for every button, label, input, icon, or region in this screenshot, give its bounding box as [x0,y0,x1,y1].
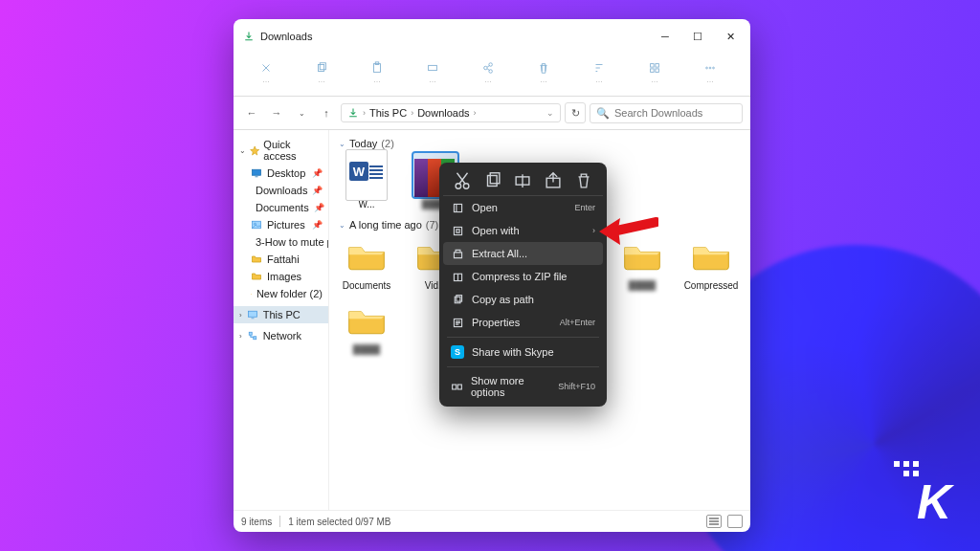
watermark-logo: K [917,474,953,530]
chevron-right-icon: › [239,332,242,341]
search-box[interactable]: 🔍 [590,103,743,123]
ctx-extract-all[interactable]: Extract All... [443,242,603,265]
toolbar-copy[interactable]: … [295,55,348,90]
breadcrumb-segment[interactable]: This PC [369,107,407,119]
search-icon: 🔍 [596,107,610,120]
ctx-share-skype[interactable]: S Share with Skype [443,341,603,364]
ctx-delete-icon[interactable] [573,171,594,190]
sidebar-quick-access[interactable]: ⌄ Quick access [234,136,328,165]
sidebar-item-label: Documents [256,202,309,213]
svg-point-21 [456,184,461,189]
svg-rect-24 [490,173,500,184]
folder-item-documents[interactable]: Documents [339,234,394,291]
refresh-button[interactable]: ↻ [565,102,586,123]
toolbar-view[interactable]: … [628,55,681,90]
search-input[interactable] [614,107,736,119]
breadcrumb[interactable]: › This PC › Downloads › ⌄ [341,103,561,122]
folder-label: Compressed [683,280,739,291]
view-icons-button[interactable] [727,515,743,528]
svg-point-22 [463,184,469,189]
ctx-copy-path[interactable]: Copy as path [443,288,603,311]
toolbar-paste[interactable]: … [350,55,404,90]
ctx-more-options[interactable]: Show more options Shift+F10 [443,370,603,403]
ctx-share-icon[interactable] [543,171,564,190]
nav-back[interactable]: ← [241,102,262,123]
svg-point-13 [709,67,711,69]
nav-up[interactable]: ↑ [316,102,337,123]
ctx-properties[interactable]: Properties Alt+Enter [443,311,603,334]
menu-separator [447,337,599,338]
toolbar-rename[interactable]: … [406,55,459,90]
toolbar-share[interactable]: … [461,55,515,90]
toolbar-delete[interactable]: … [517,55,570,90]
ctx-compress[interactable]: Compress to ZIP file [443,265,603,288]
svg-rect-0 [319,65,324,72]
ctx-copy-icon[interactable] [482,171,503,190]
sidebar-item-label: Fattahi [267,253,300,265]
status-bar: 9 items 1 item selected 0/97 MB [234,510,750,532]
sidebar-item-desktop[interactable]: Desktop 📌 [234,165,328,182]
svg-rect-19 [249,332,252,335]
maximize-button[interactable]: ☐ [681,25,714,48]
sidebar-item-this-pc[interactable]: › This PC [234,306,328,323]
pin-icon: 📌 [314,203,324,212]
svg-rect-33 [453,385,457,389]
sidebar-item-label: Desktop [267,167,305,179]
sidebar-item-folder[interactable]: New folder (2) [234,285,328,302]
toolbar-more[interactable]: … [683,55,737,90]
ctx-label: Show more options [471,375,550,398]
svg-point-5 [484,66,488,70]
breadcrumb-icon [347,107,359,119]
ctx-cut-icon[interactable] [452,171,473,190]
command-bar: … … … … … … … … … [234,54,750,96]
sidebar-item-label: Network [263,330,301,342]
folder-item-compressed[interactable]: Compressed [683,234,739,291]
group-count: (7) [426,219,438,231]
chevron-right-icon: › [592,226,595,235]
sidebar-item-documents[interactable]: Documents 📌 [234,199,328,216]
file-item-word[interactable]: W W... [339,153,394,209]
folder-icon [345,234,389,278]
sidebar-item-pictures[interactable]: Pictures 📌 [234,216,328,233]
navigation-pane: ⌄ Quick access Desktop 📌 Downloads 📌 Doc [234,130,329,510]
folder-item[interactable]: ████ [614,234,670,291]
folder-label: ████ [614,280,670,291]
sidebar-item-network[interactable]: › Network [234,327,328,344]
nav-recent-dropdown[interactable]: ⌄ [291,102,312,123]
group-header-today[interactable]: ⌄ Today (2) [339,138,741,149]
address-bar-row: ← → ⌄ ↑ › This PC › Downloads › ⌄ ↻ 🔍 [234,97,750,129]
folder-label: ████ [339,344,394,355]
sidebar-item-label: Images [267,271,301,282]
ctx-label: Open with [472,225,520,236]
view-details-button[interactable] [706,515,722,528]
svg-rect-34 [457,385,461,389]
ctx-open[interactable]: Open Enter [443,196,603,219]
svg-rect-18 [248,311,256,317]
ctx-open-with[interactable]: Open with › [443,219,603,242]
sidebar-item-folder[interactable]: Fattahi [234,251,328,268]
sidebar-item-label: Pictures [267,219,305,231]
sidebar-item-folder[interactable]: 3-How to mute pe [234,233,328,251]
chevron-right-icon: › [411,108,413,118]
chevron-down-icon: ⌄ [339,140,345,148]
sidebar-label: Quick access [263,139,323,162]
minimize-button[interactable]: ─ [649,25,681,48]
toolbar-cut[interactable]: … [239,55,293,90]
status-selected: 1 item selected [288,517,352,527]
folder-item[interactable]: ████ [339,298,394,355]
folder-icon [620,234,664,278]
nav-forward[interactable]: → [266,102,287,123]
toolbar-sort[interactable]: … [572,55,626,90]
close-button[interactable]: ✕ [714,25,746,48]
svg-rect-28 [454,227,461,234]
svg-rect-8 [651,64,655,68]
ctx-rename-icon[interactable] [512,171,533,190]
svg-rect-23 [487,176,497,187]
sidebar-item-downloads[interactable]: Downloads 📌 [234,182,328,199]
folder-icon [689,234,733,278]
chevron-down-icon: ⌄ [339,221,345,230]
chevron-down-icon[interactable]: ⌄ [546,108,554,118]
sidebar-item-folder[interactable]: Images [234,268,328,285]
chevron-down-icon: ⌄ [239,146,246,155]
breadcrumb-segment[interactable]: Downloads [417,107,469,119]
